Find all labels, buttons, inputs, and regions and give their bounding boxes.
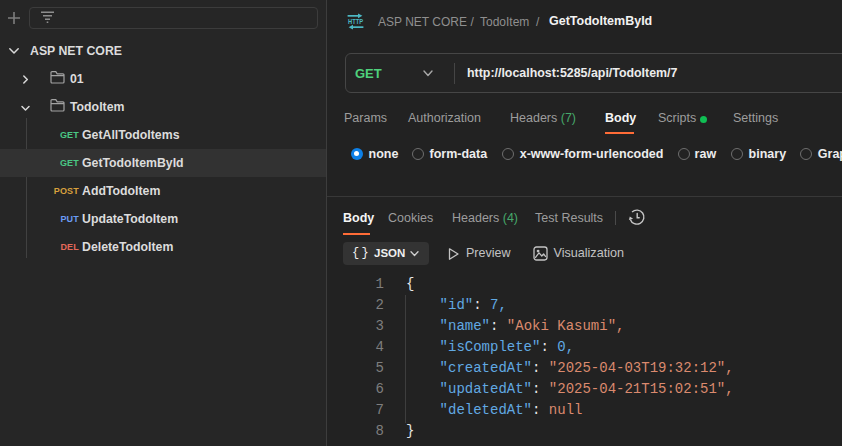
svg-text:HTTP: HTTP [348, 17, 363, 26]
